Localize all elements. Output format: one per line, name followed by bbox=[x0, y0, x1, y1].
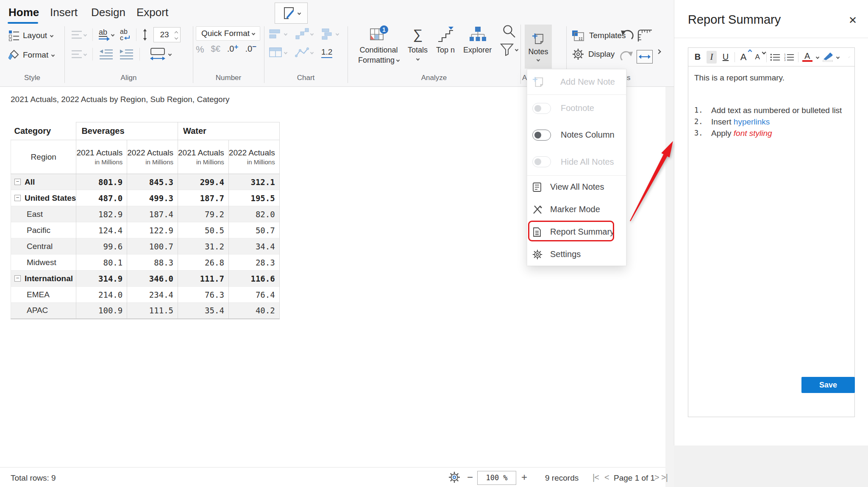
table-settings-gear-icon[interactable] bbox=[448, 471, 460, 483]
chevron-down-icon[interactable] bbox=[815, 55, 819, 58]
table-row[interactable]: Central99.6100.731.234.4 bbox=[11, 238, 280, 255]
ribbon-expand-button[interactable] bbox=[657, 50, 660, 53]
explorer-button[interactable]: Explorer bbox=[463, 24, 492, 55]
column-header-category[interactable]: Category bbox=[11, 122, 76, 140]
value-header[interactable]: 2022 Actualsin Millions bbox=[127, 140, 178, 174]
remove-decimal-button[interactable]: .0− bbox=[245, 44, 256, 54]
menu-item-add-new-note[interactable]: Add New Note bbox=[527, 69, 626, 94]
edit-mode-button[interactable] bbox=[275, 3, 308, 24]
save-button[interactable]: Save bbox=[801, 377, 855, 393]
stacked-chart-button[interactable] bbox=[321, 28, 348, 40]
notes-column-toggle[interactable] bbox=[532, 130, 551, 141]
stepper-up-icon[interactable] bbox=[175, 31, 178, 35]
collapse-icon[interactable] bbox=[14, 275, 21, 282]
totals-button[interactable]: ∑ Totals bbox=[408, 24, 428, 63]
shrink-font-button[interactable]: A bbox=[752, 51, 762, 64]
decimals-button[interactable]: 1.2 bbox=[321, 47, 348, 58]
table-row[interactable]: East182.9187.479.282.0 bbox=[11, 206, 280, 222]
quick-format-dropdown[interactable]: Quick Format bbox=[196, 26, 260, 41]
line-chart-button[interactable] bbox=[295, 47, 321, 58]
underline-button[interactable]: U bbox=[721, 51, 731, 64]
numbered-list-button[interactable]: 1 2 3 bbox=[784, 51, 794, 64]
text-align-button[interactable] bbox=[71, 30, 86, 39]
collapse-icon[interactable] bbox=[14, 195, 21, 201]
next-page-button[interactable]: > bbox=[654, 473, 659, 482]
table-row[interactable]: All801.9845.3299.4312.1 bbox=[11, 174, 280, 190]
filter-button[interactable] bbox=[500, 43, 518, 56]
grow-font-button[interactable]: A bbox=[738, 51, 748, 64]
collapse-icon[interactable] bbox=[14, 179, 21, 185]
last-page-button[interactable]: >| bbox=[661, 473, 668, 482]
hyperlink[interactable]: hyperlinks bbox=[734, 117, 770, 126]
tab-design[interactable]: Design bbox=[91, 6, 125, 19]
undo-button[interactable] bbox=[620, 29, 634, 43]
table-row[interactable]: United States487.0499.3187.7195.5 bbox=[11, 190, 280, 206]
column-width-button[interactable] bbox=[149, 47, 171, 61]
conditional-formatting-button[interactable]: 1 Conditional Formatting bbox=[358, 24, 399, 65]
format-button[interactable]: Format bbox=[8, 47, 54, 63]
menu-item-settings[interactable]: Settings bbox=[527, 243, 626, 266]
waterfall-chart-button[interactable] bbox=[295, 28, 321, 40]
table-row[interactable]: EMEA214.0234.476.376.4 bbox=[11, 287, 280, 303]
hide-all-notes-toggle[interactable] bbox=[532, 156, 551, 167]
add-decimal-button[interactable]: .0+ bbox=[227, 44, 239, 54]
chevron-down-icon[interactable] bbox=[836, 55, 839, 58]
table-chart-button[interactable] bbox=[269, 47, 295, 58]
first-page-button[interactable]: |< bbox=[593, 473, 599, 482]
zoom-out-button[interactable]: − bbox=[467, 471, 473, 483]
summary-text-area[interactable]: This is a report summary. 1. Add text as… bbox=[688, 66, 854, 146]
tab-insert[interactable]: Insert bbox=[50, 6, 78, 19]
tab-export[interactable]: Export bbox=[136, 6, 168, 19]
display-button[interactable]: Display bbox=[572, 48, 615, 60]
row-label: Pacific bbox=[27, 226, 50, 235]
table-row[interactable]: International314.9346.0111.7116.6 bbox=[11, 271, 280, 287]
increase-indent-icon[interactable] bbox=[119, 49, 134, 60]
link-button[interactable] bbox=[848, 53, 850, 61]
redo-button[interactable] bbox=[620, 50, 634, 64]
bar-chart-button[interactable] bbox=[269, 28, 295, 39]
row-height-stepper[interactable]: 23 bbox=[153, 27, 181, 42]
close-icon[interactable]: ✕ bbox=[849, 14, 857, 26]
layout-button[interactable]: Layout bbox=[8, 28, 53, 43]
table-row[interactable]: Pacific124.4122.950.550.7 bbox=[11, 222, 280, 238]
column-group-water[interactable]: Water bbox=[178, 122, 280, 140]
row-dimension-header[interactable]: Region bbox=[11, 140, 76, 174]
fit-width-button[interactable] bbox=[637, 50, 653, 64]
highlight-color-button[interactable] bbox=[823, 51, 833, 64]
templates-button[interactable]: Templates bbox=[571, 30, 626, 42]
top-n-button[interactable]: Top n bbox=[436, 24, 455, 55]
value-header[interactable]: 2021 Actualsin Millions bbox=[76, 140, 127, 174]
wrap-text-button[interactable]: ab c bbox=[120, 28, 130, 41]
ruler-button[interactable] bbox=[637, 28, 653, 42]
currency-format-button[interactable]: $€ bbox=[211, 44, 220, 54]
decrease-indent-icon[interactable] bbox=[99, 49, 113, 60]
menu-item-footnote[interactable]: Footnote bbox=[527, 95, 626, 122]
percent-format-button[interactable]: % bbox=[196, 44, 204, 55]
menu-item-notes-column[interactable]: Notes Column bbox=[527, 122, 626, 148]
footnote-toggle[interactable] bbox=[532, 103, 551, 114]
menu-item-hide-all-notes[interactable]: Hide All Notes bbox=[527, 148, 626, 175]
column-group-beverages[interactable]: Beverages bbox=[76, 122, 178, 140]
tab-home[interactable]: Home bbox=[8, 6, 39, 19]
italic-button[interactable]: I bbox=[707, 51, 717, 64]
table-row[interactable]: Midwest80.188.326.828.3 bbox=[11, 255, 280, 271]
menu-item-marker-mode[interactable]: Marker Mode bbox=[527, 198, 626, 221]
bold-button[interactable]: B bbox=[693, 51, 703, 64]
menu-item-view-all-notes[interactable]: View All Notes bbox=[527, 176, 626, 198]
value-header[interactable]: 2022 Actualsin Millions bbox=[228, 140, 279, 174]
font-color-button[interactable]: A bbox=[802, 51, 812, 64]
notes-button[interactable]: Notes bbox=[525, 25, 552, 69]
previous-page-button[interactable]: < bbox=[604, 473, 609, 482]
vertical-align-button[interactable] bbox=[71, 50, 86, 59]
zoom-in-button[interactable]: + bbox=[521, 471, 527, 483]
zoom-level-input[interactable]: 100 % bbox=[477, 471, 516, 485]
stepper-down-icon[interactable] bbox=[175, 36, 178, 39]
text-overflow-button[interactable]: ab bbox=[99, 28, 114, 41]
add-note-icon bbox=[532, 76, 545, 88]
row-height-icon[interactable] bbox=[142, 28, 147, 41]
table-row[interactable]: APAC100.9111.535.440.2 bbox=[11, 303, 280, 319]
align-lines-icon bbox=[71, 30, 82, 39]
value-header[interactable]: 2021 Actualsin Millions bbox=[178, 140, 229, 174]
bullet-list-button[interactable] bbox=[770, 51, 780, 64]
search-icon[interactable] bbox=[502, 25, 516, 39]
